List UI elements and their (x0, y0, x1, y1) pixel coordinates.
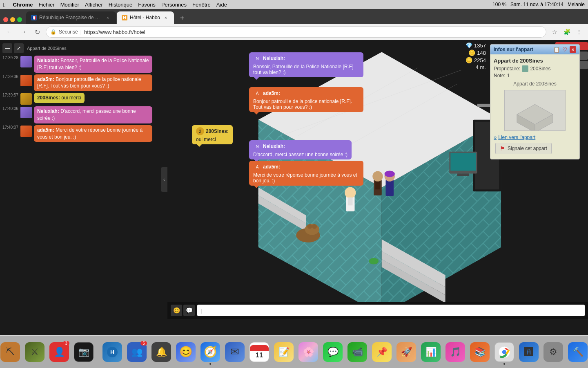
dock-tools[interactable]: 🔨 (567, 341, 588, 363)
room-avatar-icon-200sines: 2 (196, 127, 204, 135)
fichier-menu[interactable]: Fichier (39, 2, 55, 8)
dock-appstore[interactable]: 🅰 (518, 341, 540, 363)
dock-notifications[interactable]: 🔔 (150, 341, 172, 363)
dock-stickies[interactable]: 📌 (371, 341, 393, 363)
dock-messages[interactable]: 💬 (322, 341, 344, 363)
room-bubble-4: N Neluxiah: D'accord, merci passez une b… (249, 140, 352, 159)
room-label-text: Appart de 200Sines (27, 46, 67, 51)
secure-icon: 🔒 (50, 29, 56, 35)
dock-chrome[interactable] (493, 341, 515, 363)
dock-itunes[interactable]: 🎵 (444, 341, 466, 363)
room-description: Appart de 200Sines (494, 81, 576, 87)
aide-menu[interactable]: Aide (216, 2, 227, 8)
maximize-window-btn[interactable] (17, 17, 22, 22)
dock-ibooks[interactable]: 📚 (469, 341, 491, 363)
dock-habbo-social[interactable]: H (101, 341, 123, 363)
svg-rect-14 (450, 153, 476, 171)
report-room-button[interactable]: ⚑ Signale cet appart (495, 143, 552, 154)
chat-input-field[interactable] (197, 305, 585, 316)
dock-clash[interactable]: ⚔ (24, 341, 46, 363)
flag-icon: ⚑ (500, 145, 505, 152)
afficher-menu[interactable]: Afficher (85, 2, 103, 8)
dock-notes[interactable]: 📝 (273, 341, 295, 363)
minimize-chat-btn[interactable]: — (2, 43, 12, 53)
dock-prefs[interactable]: ⚙ (542, 341, 564, 363)
diamonds-count: 💎 1357 (466, 42, 486, 49)
emoji-icon-btn[interactable]: 😊 (171, 305, 182, 316)
chat-input-icons: 😊 💬 (171, 305, 195, 316)
chat-mode-btn[interactable]: 💬 (183, 305, 195, 316)
chat-scroll[interactable]: — ⤢ Appart de 200Sines 17:39:28 (0, 40, 167, 319)
fenetre-menu[interactable]: Fenêtre (192, 2, 211, 8)
tab-habbo[interactable]: H Hôtel - Habbo × (117, 11, 174, 24)
dock-mail[interactable]: ✉ (224, 341, 246, 363)
forward-button[interactable]: → (18, 27, 29, 37)
favoris-menu[interactable]: Favoris (138, 2, 156, 8)
dock-calendar[interactable]: 11 (248, 341, 270, 363)
url-separator: | (80, 29, 82, 35)
avatar-ada5m-2 (20, 126, 32, 137)
close-window-btn[interactable] (3, 17, 8, 22)
tab-republique[interactable]: 🇫🇷 République Française de Hab... × (26, 11, 116, 24)
time-display: 4 m. (476, 64, 486, 70)
chat-bubble-1: Neluxiah: Bonsoir, Patrouille de la Poli… (34, 56, 152, 73)
duckets-icon: 🪙 (466, 57, 472, 63)
clash-icon: ⚔ (25, 342, 45, 362)
tab-title-1: République Française de Hab... (39, 15, 102, 20)
expand-chat-btn[interactable]: ⤢ (14, 43, 24, 53)
habbo-icon-3: ⛏ (0, 342, 20, 362)
url-bar[interactable]: 🔒 Sécurisé | https://www.habbo.fr/hotel (46, 26, 546, 38)
dock-camera[interactable]: 📷 (73, 341, 95, 363)
room-bubble-1: N Neluxiah: Bonsoir, Patrouille de la Po… (249, 52, 363, 77)
tab-close-1[interactable]: × (105, 15, 111, 20)
finder2-icon: 😊 (176, 342, 196, 362)
calendar-icon: 11 (249, 342, 269, 362)
dock-numbers[interactable]: 📊 (420, 341, 442, 363)
extension-icon[interactable]: 🧩 (562, 27, 572, 37)
info-panel-close-btn[interactable]: × (570, 46, 576, 53)
chat-bubble-5: ada5m: Merci de votre réponse bonne jour… (34, 125, 152, 142)
chrome-menu[interactable]: Chrome (13, 2, 33, 8)
tab-close-2[interactable]: × (163, 15, 169, 20)
collapse-sidebar-btn[interactable]: ‹ (161, 167, 167, 192)
modifier-menu[interactable]: Modifier (60, 2, 79, 8)
dock-facetime[interactable]: 📹 (346, 341, 368, 363)
credits-icon: 🪙 (468, 49, 475, 56)
reload-button[interactable]: ↻ (32, 27, 42, 37)
apple-menu[interactable]:  (3, 1, 5, 8)
svg-rect-25 (375, 182, 380, 189)
back-button[interactable]: ← (4, 27, 15, 37)
room-link[interactable]: » Lien vers l'appart (494, 134, 576, 140)
svg-point-24 (372, 171, 383, 182)
credits-count: 🪙 148 (468, 49, 486, 56)
game-area[interactable]: N Neluxiah: Bonsoir, Patrouille de la Po… (167, 40, 588, 319)
dock-habbo3[interactable]: ⛏ (0, 341, 21, 363)
svg-point-28 (385, 171, 395, 177)
safari-dot (209, 363, 211, 365)
personnes-menu[interactable]: Personnes (161, 2, 187, 8)
messages-icon: 💬 (323, 342, 343, 362)
url-text: https://www.habbo.fr/hotel (84, 29, 145, 35)
minimize-window-btn[interactable] (10, 17, 15, 22)
dock-finder2[interactable]: 😊 (175, 341, 197, 363)
bookmark-icon[interactable]: ☆ (550, 27, 559, 37)
dock-safari[interactable]: 🧭 (199, 341, 221, 363)
dock-photos[interactable]: 🌸 (297, 341, 319, 363)
more-icon[interactable]: ⋮ (574, 27, 584, 37)
historique-menu[interactable]: Historique (109, 2, 133, 8)
duckets-count: 🪙 2254 (466, 57, 486, 63)
new-tab-button[interactable]: + (176, 12, 188, 24)
heart-icon[interactable]: ♡ (562, 47, 567, 53)
dock-launchpad[interactable]: 🚀 (395, 341, 417, 363)
menubar:  Chrome Fichier Modifier Afficher Histo… (0, 0, 588, 9)
mail-icon: ✉ (225, 342, 245, 362)
svg-rect-15 (457, 173, 469, 176)
dock-app-badge[interactable]: 👤 3 (48, 341, 70, 363)
info-panel-title: Infos sur l'appart (494, 47, 533, 52)
dock-chat-app[interactable]: 👥 5 (126, 341, 148, 363)
people-badge: 3 (63, 341, 69, 346)
safari-icon: 🧭 (200, 342, 220, 362)
owner-prop: Propriétaire: 200Sines (494, 65, 576, 72)
habbo-social-icon: H (102, 342, 122, 362)
copy-icon[interactable]: 📋 (553, 47, 560, 53)
